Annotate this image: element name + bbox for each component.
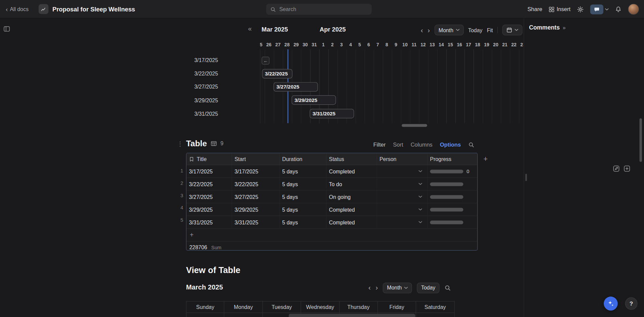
column-header-start[interactable]: Start [232, 153, 280, 165]
chevron-down-icon [404, 286, 408, 289]
user-avatar[interactable] [628, 4, 639, 15]
filter-button[interactable]: Filter [373, 142, 386, 148]
timeline-row-label[interactable]: 3/31/2025 [194, 107, 218, 120]
add-row-button[interactable]: + [186, 229, 477, 242]
all-docs-button[interactable]: ‹ All docs [6, 6, 29, 12]
cell-person[interactable] [377, 216, 428, 228]
add-column-button[interactable]: + [483, 155, 488, 164]
calendar-event-bar[interactable] [289, 314, 415, 317]
document-icon[interactable] [39, 4, 48, 14]
cell-title[interactable]: 3/17/2025 [186, 165, 232, 177]
cell-title[interactable]: 3/27/2025 [186, 191, 232, 203]
cell-duration[interactable]: 5 days [280, 191, 327, 203]
timeline-today-button[interactable]: Today [468, 27, 482, 33]
cell-duration[interactable]: 5 days [280, 216, 327, 228]
sidebar-toggle-icon[interactable] [3, 25, 10, 33]
calendar-search-icon[interactable] [444, 284, 451, 291]
table-search-icon[interactable] [468, 142, 474, 148]
cell-duration[interactable]: 5 days [280, 178, 327, 190]
cell-title[interactable]: 3/29/2025 [186, 203, 232, 216]
timeline-horizontal-scrollbar[interactable] [402, 124, 427, 127]
help-button[interactable]: ? [625, 298, 638, 310]
column-header-duration[interactable]: Duration [280, 153, 327, 165]
calendar-prev-button[interactable]: ‹ [368, 284, 371, 291]
timeline-view-mode-dropdown[interactable]: Month [434, 24, 464, 35]
cell-title[interactable]: 3/31/2025 [186, 216, 232, 228]
day-number: 17 [464, 41, 473, 49]
insert-button[interactable]: Insert [549, 6, 571, 12]
cell-person[interactable] [377, 191, 428, 203]
sort-button[interactable]: Sort [393, 142, 403, 148]
vertical-scrollbar[interactable] [640, 118, 642, 162]
add-annotation-plus-icon[interactable] [624, 165, 631, 172]
search-input[interactable]: Search [266, 4, 372, 15]
sum-label[interactable]: Sum [211, 245, 221, 250]
cell-status[interactable]: Completed [326, 216, 377, 228]
cell-duration[interactable]: 5 days [280, 165, 327, 177]
cell-person[interactable] [377, 165, 428, 177]
cell-progress[interactable] [428, 216, 477, 228]
cell-progress[interactable] [428, 191, 477, 203]
timeline-row-label[interactable]: 3/29/2025 [194, 94, 218, 107]
calendar-today-button[interactable]: Today [417, 282, 439, 293]
block-drag-handle[interactable]: ⋮ [177, 140, 183, 148]
timeline-fit-button[interactable]: Fit [487, 27, 493, 33]
cell-start[interactable]: 3/31/2025 [232, 216, 280, 228]
cell-person[interactable] [377, 203, 428, 216]
table-row[interactable]: 3/22/2025 3/22/2025 5 days To do [186, 178, 477, 191]
timeline-prev-button[interactable]: ‹ [421, 27, 423, 34]
calendar-next-button[interactable]: › [376, 284, 378, 291]
table-row[interactable]: 3/27/2025 3/27/2025 5 days On going [186, 191, 477, 203]
cell-duration[interactable]: 5 days [280, 203, 327, 216]
timeline-row-label[interactable]: 3/17/2025 [194, 53, 218, 67]
timeline-next-button[interactable]: › [428, 27, 430, 34]
calendar-day-cell[interactable] [186, 313, 224, 317]
table-title[interactable]: Table [186, 139, 207, 148]
ai-assistant-button[interactable] [604, 297, 618, 311]
settings-gear-icon[interactable] [577, 6, 584, 13]
table-header-row: Title Start Duration Status Person Progr… [186, 153, 477, 165]
comment-mode-button[interactable] [590, 4, 609, 14]
column-header-title[interactable]: Title [186, 153, 232, 165]
timeline-collapse-button[interactable]: « [248, 25, 252, 33]
gantt-bar[interactable]: 3/29/2025 [291, 95, 336, 105]
cell-person[interactable] [377, 178, 428, 190]
gantt-bar[interactable]: 3/27/2025 [274, 82, 318, 92]
app-window: ‹ All docs Proposal for Sleep Wellness S… [0, 0, 644, 317]
bar-offscreen-left-indicator[interactable]: ← [262, 57, 269, 64]
cell-status[interactable]: To do [326, 178, 377, 190]
gantt-bar[interactable]: 3/22/2025 [262, 69, 292, 78]
cell-progress[interactable]: 0 [428, 165, 477, 177]
column-header-person[interactable]: Person [377, 153, 428, 165]
cell-start[interactable]: 3/29/2025 [232, 203, 280, 216]
cell-progress[interactable] [428, 203, 477, 216]
cell-title[interactable]: 3/22/2025 [186, 178, 232, 190]
cell-status[interactable]: Completed [326, 165, 377, 177]
annotate-pencil-icon[interactable] [613, 165, 620, 172]
cell-start[interactable]: 3/27/2025 [232, 191, 280, 203]
columns-button[interactable]: Columns [411, 142, 432, 148]
timeline-row-label[interactable]: 3/27/2025 [194, 80, 218, 94]
column-header-progress[interactable]: Progress [428, 153, 477, 165]
cell-status[interactable]: On going [326, 191, 377, 203]
table-row[interactable]: 3/31/2025 3/31/2025 5 days Completed [186, 216, 477, 229]
notifications-bell-icon[interactable] [615, 6, 621, 12]
table-row[interactable]: 3/17/2025 3/17/2025 5 days Completed 0 [186, 165, 477, 178]
timeline-row-label[interactable]: 3/22/2025 [194, 67, 218, 80]
options-button[interactable]: Options [440, 142, 461, 148]
timeline-calendar-dropdown[interactable] [502, 24, 523, 35]
cell-start[interactable]: 3/17/2025 [232, 165, 280, 177]
share-button[interactable]: Share [527, 6, 542, 12]
calendar-day-cell[interactable] [416, 313, 454, 317]
cell-start[interactable]: 3/22/2025 [232, 178, 280, 190]
cell-progress[interactable] [428, 178, 477, 190]
comments-panel-header[interactable]: Comments » [529, 24, 566, 31]
gantt-bar[interactable]: 3/31/2025 [310, 109, 354, 118]
cell-status[interactable]: Completed [326, 203, 377, 216]
timeline-chart-area[interactable]: ← 3/22/2025 3/27/2025 3/29/2025 3/31/202… [260, 49, 524, 123]
column-header-status[interactable]: Status [326, 153, 377, 165]
calendar-view-mode-dropdown[interactable]: Month [383, 282, 412, 293]
calendar-day-cell[interactable] [224, 313, 263, 317]
table-row[interactable]: 3/29/2025 3/29/2025 5 days Completed [186, 203, 477, 216]
panel-resize-handle[interactable] [525, 174, 527, 181]
